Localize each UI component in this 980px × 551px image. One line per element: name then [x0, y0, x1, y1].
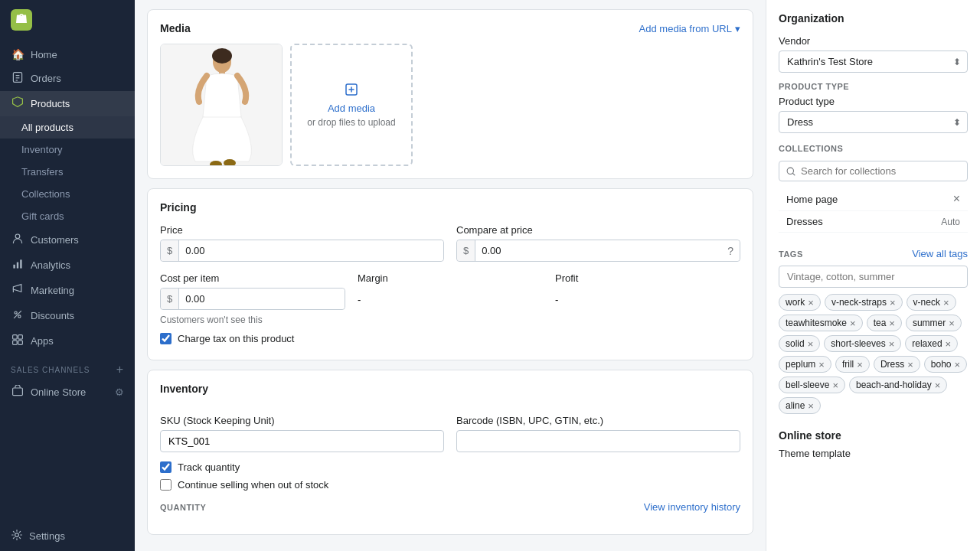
cost-input-wrap: $ — [160, 288, 345, 310]
media-title: Media — [160, 22, 191, 34]
sku-barcode-row: SKU (Stock Keeping Unit) Barcode (ISBN, … — [160, 415, 740, 452]
remove-tag-v-neck-straps[interactable]: × — [890, 298, 896, 308]
settings-item[interactable]: Settings — [0, 521, 135, 551]
track-quantity-row[interactable]: Track quantity — [160, 461, 740, 473]
online-store-panel-section: Online store Theme template — [779, 429, 968, 459]
view-inventory-history-link[interactable]: View inventory history — [644, 501, 740, 513]
tag-teawhitesmoke: teawhitesmoke× — [779, 315, 863, 331]
sidebar-item-orders[interactable]: Orders — [0, 66, 135, 91]
price-field: Price $ — [160, 224, 444, 262]
theme-template-label: Theme template — [779, 448, 968, 459]
inventory-header: Inventory — [160, 383, 740, 406]
remove-tag-teawhitesmoke[interactable]: × — [850, 318, 856, 328]
sidebar-item-analytics[interactable]: Analytics — [0, 253, 135, 278]
barcode-input[interactable] — [456, 430, 740, 452]
tag-dress: Dress× — [874, 356, 920, 373]
tags-header: TAGS View all tags — [779, 248, 968, 259]
track-quantity-checkbox[interactable] — [160, 461, 172, 473]
remove-tag-frill[interactable]: × — [857, 360, 863, 370]
sales-channels-label: SALES CHANNELS + — [0, 354, 135, 380]
remove-tag-beach-and-holiday[interactable]: × — [935, 380, 941, 390]
sidebar-item-products[interactable]: Products — [0, 91, 135, 116]
remove-tag-relaxed[interactable]: × — [946, 339, 952, 349]
svg-point-11 — [18, 315, 21, 318]
price-input[interactable] — [179, 240, 443, 261]
online-store-label: Online store — [779, 429, 968, 442]
svg-rect-6 — [17, 262, 18, 269]
sku-input[interactable] — [160, 430, 444, 452]
tags-input[interactable] — [779, 266, 968, 288]
sidebar-item-inventory[interactable]: Inventory — [0, 139, 135, 161]
tag-summer: summer× — [906, 315, 962, 331]
tag-beach-and-holiday: beach-and-holiday× — [849, 377, 947, 393]
continue-selling-checkbox[interactable] — [160, 479, 172, 491]
sidebar-item-transfers[interactable]: Transfers — [0, 161, 135, 183]
remove-tag-v-neck[interactable]: × — [943, 298, 949, 308]
remove-tag-peplum[interactable]: × — [818, 360, 825, 370]
tag-v-neck-straps: v-neck-straps× — [825, 294, 903, 311]
remove-tag-boho[interactable]: × — [955, 360, 961, 370]
remove-tag-short-sleeves[interactable]: × — [889, 339, 895, 349]
sidebar-item-discounts[interactable]: Discounts — [0, 303, 135, 328]
product-type-section-title: PRODUCT TYPE — [779, 82, 968, 91]
orders-icon — [11, 71, 24, 86]
sidebar-item-customers[interactable]: Customers — [0, 227, 135, 253]
pricing-card: Pricing Price $ Compare at price $ ? — [147, 188, 753, 360]
sidebar-item-collections[interactable]: Collections — [0, 183, 135, 205]
sidebar-nav: 🏠 Home Orders Products All products Inve… — [0, 40, 135, 521]
collections-list: Home page × Dresses Auto — [779, 187, 968, 233]
tag-short-sleeves: short-sleeves× — [824, 335, 901, 352]
sidebar: 🏠 Home Orders Products All products Inve… — [0, 0, 135, 551]
remove-collection-homepage[interactable]: × — [953, 192, 960, 206]
product-type-select-wrap: Dress ⬍ — [779, 111, 968, 133]
charge-tax-checkbox-row[interactable]: Charge tax on this product — [160, 333, 740, 344]
sidebar-item-online-store[interactable]: Online Store ⚙ — [0, 380, 135, 405]
collections-search-input[interactable] — [801, 165, 961, 177]
continue-selling-row[interactable]: Continue selling when out of stock — [160, 479, 740, 491]
compare-price-input[interactable] — [475, 240, 740, 261]
svg-rect-7 — [20, 259, 21, 268]
remove-tag-tea[interactable]: × — [889, 318, 895, 328]
view-all-tags-link[interactable]: View all tags — [912, 248, 968, 259]
sidebar-item-marketing[interactable]: Marketing — [0, 278, 135, 303]
add-media-link[interactable]: Add media from URL ▾ — [639, 23, 740, 34]
quantity-header: QUANTITY View inventory history — [160, 501, 740, 513]
compare-price-field: Compare at price $ ? — [456, 224, 740, 262]
vendor-select[interactable]: Kathrin's Test Store — [779, 51, 967, 72]
inventory-card: Inventory SKU (Stock Keeping Unit) Barco… — [147, 370, 753, 535]
cost-input[interactable] — [179, 289, 345, 309]
content-area: Media Add media from URL ▾ — [135, 0, 766, 551]
product-type-label: Product type — [779, 96, 968, 107]
product-type-select[interactable]: Dress — [779, 112, 967, 132]
remove-tag-dress[interactable]: × — [907, 360, 913, 370]
charge-tax-checkbox[interactable] — [160, 333, 172, 344]
sidebar-item-gift-cards[interactable]: Gift cards — [0, 205, 135, 227]
remove-tag-work[interactable]: × — [808, 298, 814, 308]
remove-tag-bell-sleeve[interactable]: × — [832, 380, 838, 390]
remove-tag-solid[interactable]: × — [808, 339, 814, 349]
help-icon[interactable]: ? — [727, 245, 733, 257]
svg-point-18 — [15, 533, 19, 537]
tags-section-title: TAGS — [779, 249, 803, 259]
tag-aline: aline× — [779, 397, 821, 414]
sidebar-item-all-products[interactable]: All products — [0, 116, 135, 139]
online-store-settings-icon[interactable]: ⚙ — [115, 386, 124, 398]
media-thumbnail[interactable] — [160, 44, 283, 166]
home-icon: 🏠 — [11, 48, 24, 60]
collections-search — [779, 161, 968, 181]
discounts-icon — [11, 308, 24, 323]
online-store-icon — [11, 385, 24, 399]
add-channel-icon[interactable]: + — [116, 363, 124, 377]
collections-section-title: COLLECTIONS — [779, 144, 968, 153]
svg-rect-14 — [18, 335, 23, 340]
remove-tag-aline[interactable]: × — [808, 401, 814, 411]
sidebar-item-home[interactable]: 🏠 Home — [0, 43, 135, 66]
sidebar-item-apps[interactable]: Apps — [0, 328, 135, 354]
customers-icon — [11, 233, 24, 247]
media-upload-box[interactable]: Add media or drop files to upload — [290, 44, 413, 166]
store-logo[interactable] — [0, 0, 135, 40]
tags-section: TAGS View all tags work× v-neck-straps× … — [779, 248, 968, 414]
right-panel: Organization Vendor Kathrin's Test Store… — [766, 0, 980, 551]
tag-v-neck: v-neck× — [906, 294, 956, 311]
remove-tag-summer[interactable]: × — [949, 318, 955, 328]
